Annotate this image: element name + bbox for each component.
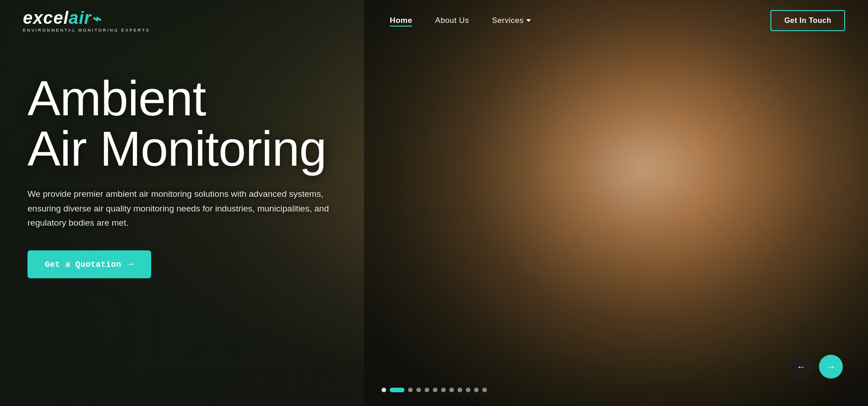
logo-subtitle: ENVIRONMENTAL MONITORING EXPERTS (23, 28, 150, 32)
arrow-right-icon: → (128, 259, 134, 270)
hero-content: Ambient Air Monitoring We provide premie… (27, 73, 339, 278)
nav-item-home[interactable]: Home (390, 16, 412, 25)
dot-8[interactable] (449, 388, 454, 392)
cta-label: Get a Quotation (45, 260, 121, 269)
hero-title-line2: Air Monitoring (27, 121, 326, 176)
nav-link-services[interactable]: Services (492, 16, 524, 25)
nav-item-about[interactable]: About Us (435, 16, 469, 25)
hero-title-line1: Ambient (27, 70, 206, 126)
nav-link-home[interactable]: Home (390, 16, 412, 27)
dot-12[interactable] (482, 388, 487, 392)
slider-dots (382, 388, 487, 392)
dot-9[interactable] (458, 388, 462, 392)
dot-11[interactable] (474, 388, 479, 392)
hero-description: We provide premier ambient air monitorin… (27, 187, 339, 230)
dot-6[interactable] (433, 388, 437, 392)
dot-2[interactable] (390, 388, 404, 392)
navigation: excelair⌁ ENVIRONMENTAL MONITORING EXPER… (0, 0, 868, 41)
dot-10[interactable] (466, 388, 470, 392)
hero-title: Ambient Air Monitoring (27, 73, 339, 174)
nav-link-about[interactable]: About Us (435, 16, 469, 25)
dot-1[interactable] (382, 388, 386, 392)
get-in-touch-button[interactable]: Get In Touch (770, 10, 845, 31)
dot-7[interactable] (441, 388, 446, 392)
dot-4[interactable] (416, 388, 421, 392)
slider-prev-button[interactable]: ← (789, 355, 813, 379)
logo-excel: excel (23, 8, 69, 27)
slider-next-button[interactable]: → (819, 355, 843, 379)
chevron-down-icon (526, 19, 531, 22)
nav-links: Home About Us Services (390, 16, 531, 25)
nav-item-services[interactable]: Services (492, 16, 531, 25)
dot-3[interactable] (408, 388, 413, 392)
logo: excelair⌁ ENVIRONMENTAL MONITORING EXPER… (23, 9, 150, 32)
logo-text: excelair⌁ (23, 9, 102, 27)
logo-air: air (69, 8, 91, 27)
services-dropdown[interactable]: Services (492, 16, 531, 25)
dot-5[interactable] (425, 388, 429, 392)
hero-section: excelair⌁ ENVIRONMENTAL MONITORING EXPER… (0, 0, 868, 406)
logo-icon: ⌁ (93, 11, 102, 27)
cta-button[interactable]: Get a Quotation → (27, 250, 151, 278)
